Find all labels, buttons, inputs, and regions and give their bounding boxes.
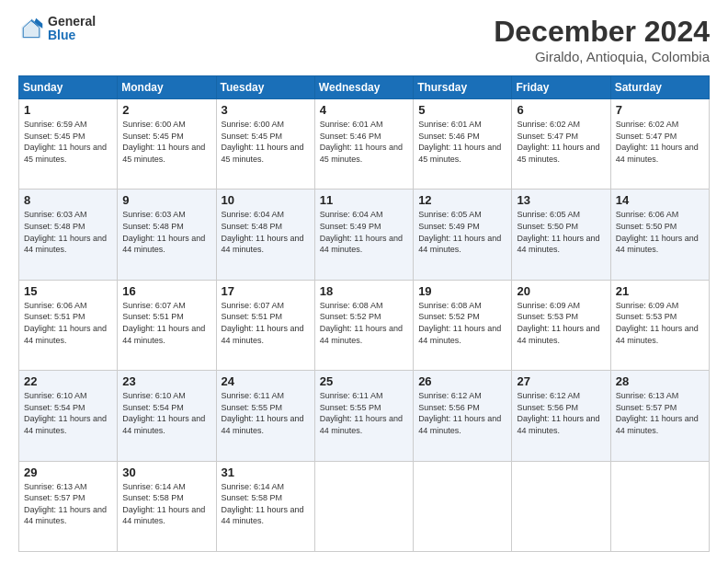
day-number: 10: [222, 193, 310, 207]
table-row: 27Sunrise: 6:12 AMSunset: 5:56 PMDayligh…: [512, 371, 610, 461]
day-info: Sunrise: 6:02 AMSunset: 5:47 PMDaylight:…: [616, 120, 699, 164]
table-row: 21Sunrise: 6:09 AMSunset: 5:53 PMDayligh…: [610, 280, 709, 370]
col-wednesday: Wednesday: [314, 76, 413, 99]
table-row: 2Sunrise: 6:00 AMSunset: 5:45 PMDaylight…: [118, 99, 216, 190]
table-row: 10Sunrise: 6:04 AMSunset: 5:48 PMDayligh…: [216, 190, 314, 280]
day-info: Sunrise: 6:07 AMSunset: 5:51 PMDaylight:…: [122, 301, 205, 345]
table-row: 30Sunrise: 6:14 AMSunset: 5:58 PMDayligh…: [118, 461, 216, 551]
main-title: December 2024: [494, 15, 710, 49]
day-info: Sunrise: 6:05 AMSunset: 5:49 PMDaylight:…: [418, 210, 501, 254]
day-number: 27: [517, 374, 605, 388]
day-info: Sunrise: 6:12 AMSunset: 5:56 PMDaylight:…: [418, 391, 501, 435]
logo-general-text: General: [48, 15, 96, 29]
header: General Blue December 2024 Giraldo, Anti…: [18, 15, 710, 64]
subtitle: Giraldo, Antioquia, Colombia: [494, 49, 710, 64]
day-number: 18: [320, 284, 408, 298]
table-row: 3Sunrise: 6:00 AMSunset: 5:45 PMDaylight…: [216, 99, 314, 190]
day-info: Sunrise: 6:09 AMSunset: 5:53 PMDaylight:…: [616, 301, 699, 345]
day-number: 25: [320, 374, 408, 388]
day-number: 24: [222, 374, 310, 388]
day-info: Sunrise: 6:13 AMSunset: 5:57 PMDaylight:…: [24, 482, 107, 526]
table-row: 26Sunrise: 6:12 AMSunset: 5:56 PMDayligh…: [414, 371, 512, 461]
day-number: 14: [616, 193, 704, 207]
day-info: Sunrise: 6:10 AMSunset: 5:54 PMDaylight:…: [122, 391, 205, 435]
calendar-table: Sunday Monday Tuesday Wednesday Thursday…: [18, 75, 710, 552]
day-info: Sunrise: 6:07 AMSunset: 5:51 PMDaylight:…: [222, 301, 304, 345]
col-thursday: Thursday: [414, 76, 512, 99]
day-number: 28: [616, 374, 704, 388]
calendar-header-row: Sunday Monday Tuesday Wednesday Thursday…: [19, 76, 710, 99]
table-row: 28Sunrise: 6:13 AMSunset: 5:57 PMDayligh…: [610, 371, 709, 461]
table-row: 23Sunrise: 6:10 AMSunset: 5:54 PMDayligh…: [118, 371, 216, 461]
day-info: Sunrise: 6:00 AMSunset: 5:45 PMDaylight:…: [122, 120, 205, 164]
page: General Blue December 2024 Giraldo, Anti…: [0, 0, 728, 563]
day-info: Sunrise: 6:09 AMSunset: 5:53 PMDaylight:…: [517, 301, 599, 345]
day-number: 22: [24, 374, 112, 388]
day-info: Sunrise: 6:06 AMSunset: 5:50 PMDaylight:…: [616, 210, 699, 254]
table-row: 15Sunrise: 6:06 AMSunset: 5:51 PMDayligh…: [19, 280, 118, 370]
day-number: 23: [122, 374, 210, 388]
table-row: [414, 461, 512, 551]
day-number: 29: [24, 465, 112, 479]
day-number: 8: [24, 193, 112, 207]
day-info: Sunrise: 6:10 AMSunset: 5:54 PMDaylight:…: [24, 391, 107, 435]
table-row: 4Sunrise: 6:01 AMSunset: 5:46 PMDaylight…: [314, 99, 413, 190]
day-number: 15: [24, 284, 112, 298]
table-row: 25Sunrise: 6:11 AMSunset: 5:55 PMDayligh…: [314, 371, 413, 461]
day-number: 5: [418, 103, 506, 117]
day-number: 2: [122, 103, 210, 117]
day-number: 30: [122, 465, 210, 479]
day-number: 13: [517, 193, 605, 207]
col-friday: Friday: [512, 76, 610, 99]
day-info: Sunrise: 6:01 AMSunset: 5:46 PMDaylight:…: [418, 120, 501, 164]
title-block: December 2024 Giraldo, Antioquia, Colomb…: [494, 15, 710, 64]
table-row: 8Sunrise: 6:03 AMSunset: 5:48 PMDaylight…: [19, 190, 118, 280]
day-info: Sunrise: 6:11 AMSunset: 5:55 PMDaylight:…: [222, 391, 304, 435]
table-row: 16Sunrise: 6:07 AMSunset: 5:51 PMDayligh…: [118, 280, 216, 370]
day-number: 11: [320, 193, 408, 207]
table-row: [610, 461, 709, 551]
table-row: 11Sunrise: 6:04 AMSunset: 5:49 PMDayligh…: [314, 190, 413, 280]
day-info: Sunrise: 6:02 AMSunset: 5:47 PMDaylight:…: [517, 120, 599, 164]
day-info: Sunrise: 6:14 AMSunset: 5:58 PMDaylight:…: [122, 482, 205, 526]
table-row: 18Sunrise: 6:08 AMSunset: 5:52 PMDayligh…: [314, 280, 413, 370]
logo: General Blue: [18, 15, 96, 43]
calendar-week-row: 1Sunrise: 6:59 AMSunset: 5:45 PMDaylight…: [19, 99, 710, 190]
day-info: Sunrise: 6:14 AMSunset: 5:58 PMDaylight:…: [222, 482, 304, 526]
table-row: 29Sunrise: 6:13 AMSunset: 5:57 PMDayligh…: [19, 461, 118, 551]
table-row: 14Sunrise: 6:06 AMSunset: 5:50 PMDayligh…: [610, 190, 709, 280]
day-info: Sunrise: 6:13 AMSunset: 5:57 PMDaylight:…: [616, 391, 699, 435]
table-row: 20Sunrise: 6:09 AMSunset: 5:53 PMDayligh…: [512, 280, 610, 370]
table-row: 31Sunrise: 6:14 AMSunset: 5:58 PMDayligh…: [216, 461, 314, 551]
table-row: 9Sunrise: 6:03 AMSunset: 5:48 PMDaylight…: [118, 190, 216, 280]
logo-text: General Blue: [48, 15, 96, 43]
day-info: Sunrise: 6:05 AMSunset: 5:50 PMDaylight:…: [517, 210, 599, 254]
table-row: [512, 461, 610, 551]
table-row: 17Sunrise: 6:07 AMSunset: 5:51 PMDayligh…: [216, 280, 314, 370]
day-number: 31: [222, 465, 310, 479]
table-row: 13Sunrise: 6:05 AMSunset: 5:50 PMDayligh…: [512, 190, 610, 280]
day-info: Sunrise: 6:12 AMSunset: 5:56 PMDaylight:…: [517, 391, 599, 435]
day-number: 4: [320, 103, 408, 117]
table-row: 19Sunrise: 6:08 AMSunset: 5:52 PMDayligh…: [414, 280, 512, 370]
table-row: 24Sunrise: 6:11 AMSunset: 5:55 PMDayligh…: [216, 371, 314, 461]
logo-icon: [18, 16, 44, 41]
day-number: 17: [222, 284, 310, 298]
day-number: 16: [122, 284, 210, 298]
col-saturday: Saturday: [610, 76, 709, 99]
calendar-week-row: 29Sunrise: 6:13 AMSunset: 5:57 PMDayligh…: [19, 461, 710, 551]
day-info: Sunrise: 6:04 AMSunset: 5:48 PMDaylight:…: [222, 210, 304, 254]
calendar-week-row: 8Sunrise: 6:03 AMSunset: 5:48 PMDaylight…: [19, 190, 710, 280]
logo-blue-text: Blue: [48, 29, 96, 42]
day-info: Sunrise: 6:03 AMSunset: 5:48 PMDaylight:…: [122, 210, 205, 254]
day-number: 9: [122, 193, 210, 207]
day-info: Sunrise: 6:03 AMSunset: 5:48 PMDaylight:…: [24, 210, 107, 254]
day-number: 20: [517, 284, 605, 298]
day-number: 12: [418, 193, 506, 207]
table-row: 22Sunrise: 6:10 AMSunset: 5:54 PMDayligh…: [19, 371, 118, 461]
col-sunday: Sunday: [19, 76, 118, 99]
col-monday: Monday: [118, 76, 216, 99]
day-info: Sunrise: 6:00 AMSunset: 5:45 PMDaylight:…: [222, 120, 304, 164]
day-number: 7: [616, 103, 704, 117]
day-number: 26: [418, 374, 506, 388]
